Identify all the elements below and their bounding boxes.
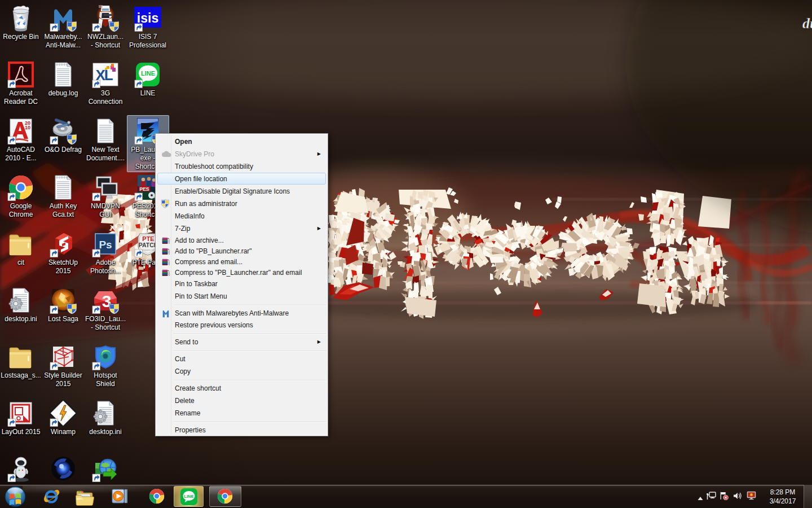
svg-text:PES: PES [139, 186, 149, 192]
svg-text:10: 10 [25, 125, 30, 130]
svg-text:LINE: LINE [184, 494, 193, 499]
svg-text:du: du [802, 15, 812, 32]
svg-text:blogspot.com: blogspot.com [142, 248, 155, 251]
svg-text:isis: isis [137, 11, 158, 25]
svg-text:Ps: Ps [99, 239, 112, 251]
svg-text:LINE: LINE [141, 70, 155, 77]
